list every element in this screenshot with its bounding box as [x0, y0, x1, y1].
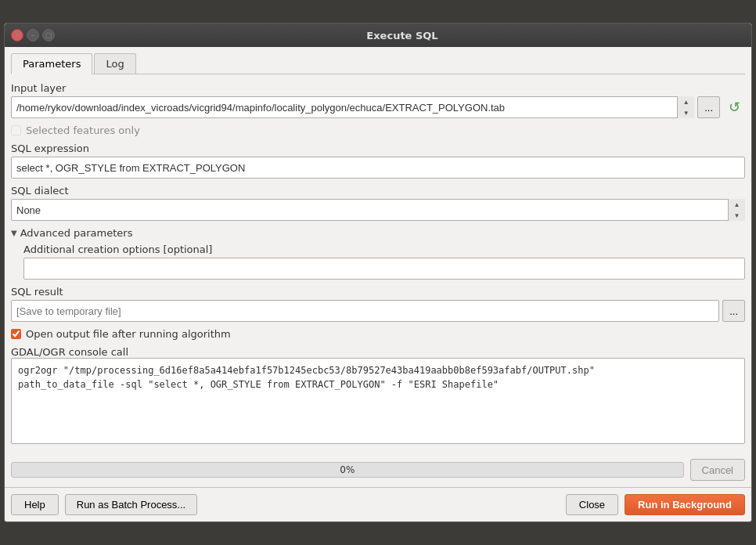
dialect-spin-down[interactable]: ▼: [729, 210, 745, 221]
sql-expression-label: SQL expression: [11, 143, 745, 154]
sql-result-group: SQL result ...: [11, 286, 745, 322]
sql-dialect-spinner: ▲ ▼: [11, 199, 745, 221]
window-controls: ✕ – □: [11, 29, 55, 42]
sql-result-browse-button[interactable]: ...: [722, 300, 745, 322]
sql-expression-input[interactable]: [11, 157, 745, 179]
spin-buttons: ▲ ▼: [677, 96, 694, 118]
bottom-bar: Help Run as Batch Process... Close Run i…: [5, 487, 751, 522]
console-group: GDAL/OGR console call ogr2ogr "/tmp/proc…: [11, 346, 745, 446]
open-output-checkbox[interactable]: [11, 329, 21, 339]
creation-options-group: Additional creation options [optional]: [23, 244, 745, 280]
dialect-spin-up[interactable]: ▲: [729, 199, 745, 210]
advanced-header[interactable]: ▼ Advanced parameters: [11, 227, 745, 239]
creation-options-label: Additional creation options [optional]: [23, 244, 745, 255]
input-layer-input[interactable]: [11, 96, 694, 118]
sql-result-input[interactable]: [11, 300, 719, 322]
window-title: Execute SQL: [59, 30, 745, 42]
advanced-section: ▼ Advanced parameters Additional creatio…: [11, 227, 745, 286]
console-label: GDAL/OGR console call: [11, 346, 128, 358]
open-output-label: Open output file after running algorithm: [26, 328, 231, 340]
spin-up-button[interactable]: ▲: [678, 96, 694, 107]
input-layer-label: Input layer: [11, 82, 745, 94]
advanced-title: Advanced parameters: [20, 227, 133, 239]
sql-dialect-label: SQL dialect: [11, 185, 745, 197]
advanced-content: Additional creation options [optional]: [11, 244, 745, 280]
input-layer-group: Input layer ▲ ▼ ... ↺: [11, 82, 745, 118]
console-textarea[interactable]: ogr2ogr "/tmp/processing_6d16ef8a5a414eb…: [11, 358, 745, 444]
minimize-button[interactable]: –: [27, 29, 39, 42]
main-content: Parameters Log Input layer ▲ ▼ ... ↺ S: [5, 47, 751, 487]
tab-parameters[interactable]: Parameters: [11, 53, 92, 74]
progress-bar-container: 0%: [11, 462, 684, 478]
input-layer-row: ▲ ▼ ... ↺: [11, 96, 745, 118]
main-window: ✕ – □ Execute SQL Parameters Log Input l…: [4, 23, 752, 522]
tab-log[interactable]: Log: [94, 53, 135, 74]
selected-features-label: Selected features only: [26, 125, 140, 136]
collapse-icon: ▼: [11, 229, 17, 237]
progress-text: 0%: [340, 464, 355, 475]
selected-features-row: Selected features only: [11, 125, 745, 136]
help-button[interactable]: Help: [11, 494, 59, 515]
sql-dialect-input[interactable]: [11, 199, 745, 221]
progress-section: 0% Cancel: [11, 459, 745, 481]
dialect-spin-buttons: ▲ ▼: [728, 199, 745, 221]
input-layer-spinner: ▲ ▼: [11, 96, 694, 118]
run-background-button[interactable]: Run in Background: [625, 494, 745, 515]
selected-features-checkbox[interactable]: [11, 125, 21, 135]
batch-process-button[interactable]: Run as Batch Process...: [65, 494, 197, 515]
sql-dialect-group: SQL dialect ▲ ▼: [11, 185, 745, 221]
creation-options-input[interactable]: [23, 258, 745, 280]
refresh-button[interactable]: ↺: [723, 96, 745, 118]
close-window-button[interactable]: ✕: [11, 29, 23, 42]
tab-bar: Parameters Log: [11, 53, 745, 74]
cancel-button[interactable]: Cancel: [690, 459, 745, 481]
open-output-row: Open output file after running algorithm: [11, 328, 745, 340]
sql-expression-group: SQL expression: [11, 143, 745, 179]
sql-result-label: SQL result: [11, 286, 745, 298]
titlebar: ✕ – □ Execute SQL: [5, 23, 751, 47]
maximize-button[interactable]: □: [42, 29, 55, 42]
close-button[interactable]: Close: [566, 494, 618, 515]
spin-down-button[interactable]: ▼: [678, 107, 694, 118]
browse-button[interactable]: ...: [697, 96, 720, 118]
sql-result-row: ...: [11, 300, 745, 322]
